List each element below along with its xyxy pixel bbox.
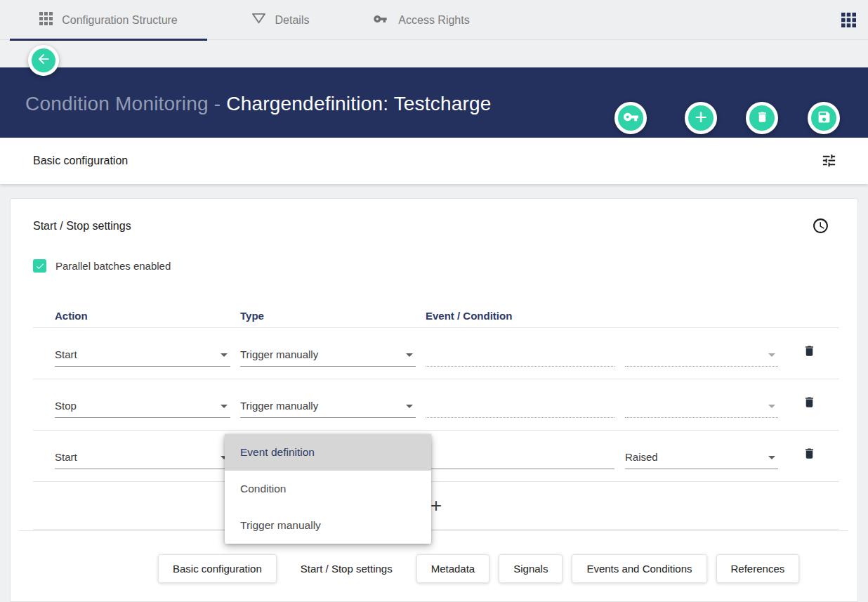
nav-chip-signals[interactable]: Signals — [499, 554, 563, 583]
tab-label: Details — [275, 14, 310, 27]
start-stop-table: Action Type Event / Condition Start Trig… — [33, 310, 839, 530]
page-header: Condition Monitoring - Chargendefinition… — [0, 67, 868, 138]
checkbox-label: Parallel batches enabled — [55, 260, 171, 272]
page-title-main: Chargendefinition: Testcharge — [226, 93, 491, 114]
state-select[interactable] — [625, 391, 778, 418]
state-value: Raised — [625, 451, 658, 463]
save-icon — [817, 110, 831, 127]
table-row: Start Raised — [33, 431, 839, 482]
type-dropdown-menu: Event definition Condition Trigger manua… — [225, 434, 431, 544]
key-icon — [371, 12, 389, 29]
plus-icon: + — [695, 107, 707, 128]
page-title: Condition Monitoring - Chargendefinition… — [25, 93, 492, 115]
grid-3x3-icon — [39, 12, 53, 28]
row-delete-button[interactable] — [803, 343, 816, 361]
bottom-divider — [19, 530, 848, 531]
delete-button[interactable] — [746, 102, 778, 134]
add-button[interactable]: + — [685, 102, 717, 134]
menu-item-condition[interactable]: Condition — [225, 471, 431, 507]
clock-icon[interactable] — [812, 217, 829, 237]
table-row: Start Trigger manually — [33, 328, 839, 379]
type-value: Trigger manually — [240, 348, 318, 360]
key-icon — [623, 109, 639, 128]
page-title-prefix: Condition Monitoring - — [25, 93, 226, 114]
chevron-down-icon — [768, 456, 775, 459]
action-select[interactable]: Start — [55, 340, 230, 367]
save-button[interactable] — [808, 102, 840, 134]
state-select[interactable] — [625, 340, 778, 367]
action-select[interactable]: Stop — [55, 391, 230, 418]
nav-chip-basic-configuration[interactable]: Basic configuration — [158, 554, 277, 583]
column-header-event-condition: Event / Condition — [426, 310, 512, 322]
chevron-down-icon — [768, 405, 775, 408]
row-delete-button[interactable] — [803, 446, 816, 464]
basic-configuration-bar: Basic configuration — [0, 138, 868, 184]
apps-grid-icon[interactable] — [841, 13, 856, 30]
table-row: Stop Trigger manually — [33, 379, 839, 431]
menu-item-trigger-manually[interactable]: Trigger manually — [225, 507, 431, 544]
event-condition-input[interactable] — [426, 443, 614, 469]
action-value: Start — [55, 348, 77, 360]
basic-configuration-label: Basic configuration — [33, 155, 128, 167]
nav-chip-references[interactable]: References — [716, 554, 800, 583]
access-key-button[interactable] — [614, 102, 647, 134]
chevron-down-icon — [221, 405, 228, 408]
nav-chip-start-stop-settings[interactable]: Start / Stop settings — [286, 554, 407, 583]
type-select[interactable]: Trigger manually — [240, 340, 416, 367]
app-window: Configuration Structure Details Access R… — [0, 0, 868, 602]
table-header-row: Action Type Event / Condition — [33, 310, 839, 328]
back-button[interactable] — [28, 45, 59, 76]
tab-label: Access Rights — [398, 14, 469, 27]
action-value: Start — [55, 451, 77, 463]
type-select[interactable]: Trigger manually — [240, 391, 416, 418]
chevron-down-icon — [406, 353, 413, 357]
nav-chip-metadata[interactable]: Metadata — [416, 554, 490, 583]
nav-chip-events-and-conditions[interactable]: Events and Conditions — [572, 554, 706, 583]
trash-icon — [756, 110, 769, 127]
column-header-type: Type — [240, 310, 264, 322]
top-tab-bar: Configuration Structure Details Access R… — [0, 0, 868, 40]
tab-access-rights[interactable]: Access Rights — [355, 0, 486, 40]
action-value: Stop — [55, 400, 77, 412]
tab-label: Configuration Structure — [62, 14, 178, 27]
column-header-action: Action — [55, 310, 88, 322]
start-stop-settings-card: Start / Stop settings Parallel batches e… — [10, 198, 858, 602]
add-row-button[interactable]: + — [430, 496, 442, 516]
funnel-icon — [251, 13, 266, 27]
checkbox-checked-icon[interactable] — [33, 259, 46, 273]
panel-title: Start / Stop settings — [33, 220, 131, 233]
event-condition-input[interactable] — [426, 391, 614, 418]
menu-item-event-definition[interactable]: Event definition — [225, 434, 431, 471]
tab-details[interactable]: Details — [237, 0, 323, 40]
parallel-batches-checkbox-row[interactable]: Parallel batches enabled — [33, 259, 171, 273]
row-delete-button[interactable] — [803, 395, 816, 412]
arrow-left-icon — [36, 51, 51, 70]
event-condition-input[interactable] — [426, 340, 614, 367]
bottom-nav: Basic configuration Start / Stop setting… — [158, 554, 799, 583]
chevron-down-icon — [406, 405, 413, 408]
type-value: Trigger manually — [240, 400, 318, 412]
action-select[interactable]: Start — [55, 443, 230, 469]
chevron-down-icon — [221, 353, 228, 357]
tab-configuration-structure[interactable]: Configuration Structure — [10, 0, 207, 40]
chevron-down-icon — [768, 353, 775, 357]
add-row: + — [33, 482, 839, 530]
state-select[interactable]: Raised — [625, 443, 778, 469]
tune-sliders-icon[interactable] — [821, 152, 837, 171]
